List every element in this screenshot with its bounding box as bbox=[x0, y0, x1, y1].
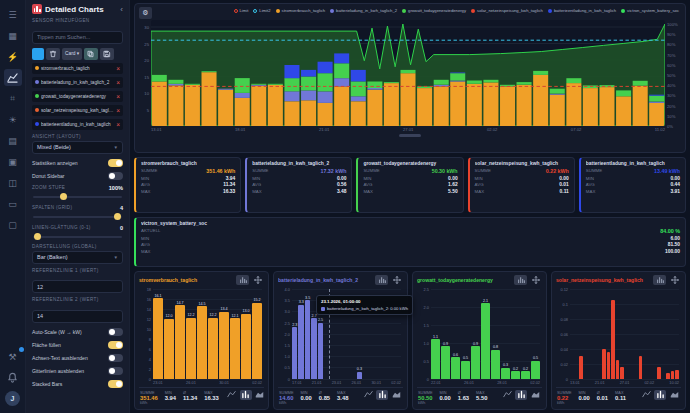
legend-marker bbox=[402, 9, 406, 13]
entity-item[interactable]: batterieladung_in_kwh_taglich_2× bbox=[32, 77, 123, 88]
line-chart-button[interactable] bbox=[362, 390, 374, 400]
bar-chart-button[interactable] bbox=[654, 390, 666, 400]
mini-stats-button[interactable] bbox=[514, 275, 527, 285]
mini-chart-card: stromverbrauch_taglich18161412108642016.… bbox=[134, 271, 269, 410]
ref2-input[interactable] bbox=[32, 310, 123, 323]
footer-stat-value: 0.01 bbox=[597, 395, 608, 401]
dashboard-icon[interactable]: ▦ bbox=[4, 27, 22, 44]
x-tick: 23.01 bbox=[332, 380, 342, 385]
mini-chart-plot[interactable]: 18161412108642016.112.014.712.214.512.21… bbox=[153, 289, 262, 379]
legend-item[interactable]: stromverbrauch_taglich bbox=[276, 8, 326, 13]
notifications-icon[interactable] bbox=[4, 369, 22, 386]
save-button[interactable] bbox=[100, 48, 114, 60]
legend-item[interactable]: victron_system_battery_soc bbox=[621, 8, 679, 13]
entity-item[interactable]: solar_netzeinspeisung_kwh_taglich× bbox=[32, 105, 123, 116]
area-chart-button[interactable] bbox=[668, 390, 680, 400]
legend-item[interactable]: Limit2 bbox=[253, 8, 270, 13]
x-tick: 18.01 bbox=[235, 127, 245, 132]
color-swatch-button[interactable] bbox=[32, 48, 44, 60]
slider-value: 100% bbox=[109, 185, 123, 191]
legend-item[interactable]: solar_netzeinspeisung_kwh_taglich bbox=[471, 8, 543, 13]
slider-control[interactable] bbox=[33, 193, 122, 200]
area-chart-button[interactable] bbox=[529, 390, 541, 400]
stat-card-title: solar_netzeinspeisung_kwh_taglich bbox=[475, 161, 569, 166]
style-select[interactable]: Bar (Balken)▼ bbox=[32, 251, 123, 264]
bar-value-label: 0.2 bbox=[523, 367, 528, 371]
bar-chart-button[interactable] bbox=[376, 390, 388, 400]
sensor-search-input[interactable] bbox=[32, 31, 123, 44]
line-chart-button[interactable] bbox=[640, 390, 652, 400]
calendar-icon[interactable]: ▤ bbox=[4, 132, 22, 149]
area-chart-button[interactable] bbox=[390, 390, 402, 400]
toggle-switch[interactable] bbox=[108, 328, 123, 336]
card-type-dropdown[interactable]: Card ▾ bbox=[62, 48, 82, 60]
layout-select[interactable]: Mixed (Beide)▼ bbox=[32, 141, 123, 154]
entity-item[interactable]: growatt_todaygeneratedenergy× bbox=[32, 91, 123, 102]
line-chart-button[interactable] bbox=[501, 390, 513, 400]
bar-chart-button[interactable] bbox=[240, 390, 252, 400]
detailed-charts-icon[interactable] bbox=[4, 69, 22, 86]
drag-handle-icon[interactable] bbox=[668, 275, 681, 285]
drag-handle-icon[interactable] bbox=[251, 275, 264, 285]
toggle-switch[interactable] bbox=[108, 172, 123, 180]
chart-legend: LimitLimit2stromverbrauch_taglichbatteri… bbox=[234, 8, 679, 13]
remove-entity-icon[interactable]: × bbox=[116, 79, 120, 86]
mini-stats-button[interactable] bbox=[375, 275, 388, 285]
remove-entity-icon[interactable]: × bbox=[116, 121, 120, 128]
entity-item[interactable]: stromverbrauch_taglich× bbox=[32, 63, 123, 74]
legend-item[interactable]: batterieentladung_in_kwh_taglich bbox=[548, 8, 616, 13]
toggle-switch[interactable] bbox=[108, 341, 123, 349]
apps-icon[interactable]: ▢ bbox=[4, 216, 22, 233]
toggle-switch[interactable] bbox=[108, 367, 123, 375]
profile-icon[interactable]: J bbox=[4, 390, 22, 407]
mini-stats-button[interactable] bbox=[236, 275, 249, 285]
x-tick: 17.01 bbox=[292, 380, 302, 385]
slider-control[interactable] bbox=[33, 233, 122, 240]
monitor-icon[interactable]: ▭ bbox=[4, 195, 22, 212]
integrations-icon[interactable]: ⌗ bbox=[4, 90, 22, 107]
x-tick: 30.01 bbox=[219, 380, 229, 385]
mini-chart-plot[interactable]: 0.120.10.080.060.040.020 bbox=[570, 289, 679, 379]
user-avatar[interactable]: J bbox=[5, 391, 20, 406]
bar-chart-button[interactable] bbox=[515, 390, 527, 400]
remove-entity-icon[interactable]: × bbox=[116, 65, 120, 72]
legend-item[interactable]: growatt_todaygeneratedenergy bbox=[402, 8, 466, 13]
delete-button[interactable] bbox=[46, 48, 60, 60]
slider-knob[interactable] bbox=[34, 233, 41, 240]
developer-tools-icon[interactable]: ⚒ bbox=[4, 348, 22, 365]
remove-entity-icon[interactable]: × bbox=[116, 93, 120, 100]
toggle-switch[interactable] bbox=[108, 354, 123, 362]
menu-icon[interactable]: ☰ bbox=[4, 6, 22, 23]
slider-knob[interactable] bbox=[114, 213, 121, 220]
mini-stats-button[interactable] bbox=[653, 275, 666, 285]
line-chart-button[interactable] bbox=[226, 390, 238, 400]
collapse-panel-icon[interactable]: ‹ bbox=[120, 5, 123, 14]
main-chart-plot[interactable] bbox=[151, 20, 665, 126]
drag-handle-icon[interactable] bbox=[390, 275, 403, 285]
slider-header: LINIEN-GLÄTTUNG (0-1)0 bbox=[32, 225, 123, 231]
toggle-switch[interactable] bbox=[108, 380, 123, 388]
remove-entity-icon[interactable]: × bbox=[116, 107, 120, 114]
ref1-input[interactable] bbox=[32, 280, 123, 293]
entity-item[interactable]: batterieentladung_in_kwh_taglich× bbox=[32, 119, 123, 130]
toggles-top: Statistiken anzeigenDonut Sidebar bbox=[32, 159, 123, 180]
copy-button[interactable] bbox=[84, 48, 98, 60]
addons-icon[interactable]: ◫ bbox=[4, 174, 22, 191]
bar-value-label: 0.5 bbox=[463, 356, 468, 360]
energy-icon[interactable]: ⚡ bbox=[4, 48, 22, 65]
legend-item[interactable]: batterieladung_in_kwh_taglich_2 bbox=[330, 8, 397, 13]
media-icon[interactable]: ▣ bbox=[4, 153, 22, 170]
chart-scrollbar[interactable] bbox=[399, 134, 421, 137]
chart-settings-button[interactable]: ⚙ bbox=[139, 7, 152, 19]
mini-chart-plot[interactable]: 2.52.01.51.00.501.10.90.60.50.92.10.80.3… bbox=[431, 289, 540, 379]
drag-handle-icon[interactable] bbox=[529, 275, 542, 285]
slider-knob[interactable] bbox=[60, 193, 67, 200]
automations-icon[interactable]: ☀ bbox=[4, 111, 22, 128]
area-chart-button[interactable] bbox=[254, 390, 266, 400]
toggle-switch[interactable] bbox=[108, 159, 123, 167]
tooltip-series-value: batterieladung_in_kwh_taglich_2: 0.00 kW… bbox=[327, 306, 408, 311]
slider-control[interactable] bbox=[33, 213, 122, 220]
mini-chart-plot[interactable]: 4.03.53.02.52.01.51.00.502.33.33.52.72.5… bbox=[292, 289, 401, 379]
legend-item[interactable]: Limit bbox=[234, 8, 249, 13]
soc-row: MAX100.00 bbox=[141, 249, 680, 254]
